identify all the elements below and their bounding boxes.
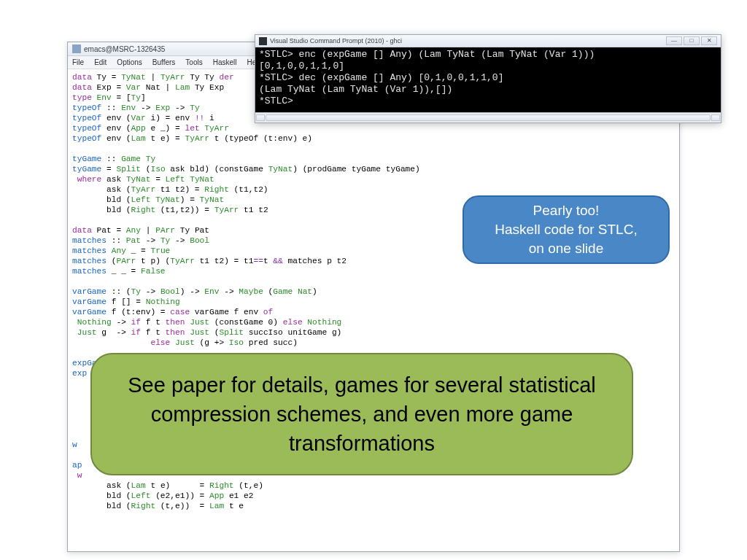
cmd-title: Visual Studio Command Prompt (2010) - gh… [270, 37, 402, 44]
menu-tools[interactable]: Tools [185, 58, 202, 66]
cmd-scrollbar[interactable] [255, 112, 721, 122]
close-button[interactable]: ✕ [701, 36, 717, 45]
menu-haskell[interactable]: Haskell [213, 58, 237, 66]
menu-edit[interactable]: Edit [94, 58, 107, 66]
callout-pearly: Pearly too!Haskell code for STLC,on one … [462, 195, 670, 264]
emacs-title: emacs@MSRC-1326435 [84, 45, 165, 53]
cmd-terminal-area[interactable]: *STLC> enc (expGame [] Any) (Lam TyNat (… [255, 47, 721, 112]
cmd-window: Visual Studio Command Prompt (2010) - gh… [255, 34, 721, 123]
emacs-icon [72, 44, 81, 53]
callout-see-paper: See paper for details, games for several… [90, 353, 633, 475]
maximize-button[interactable]: □ [684, 36, 700, 45]
menu-file[interactable]: File [72, 58, 84, 66]
cmd-titlebar[interactable]: Visual Studio Command Prompt (2010) - gh… [255, 35, 721, 47]
scroll-left-icon[interactable] [256, 114, 265, 121]
menu-options[interactable]: Options [117, 58, 142, 66]
cmd-icon [259, 37, 267, 45]
scroll-right-icon[interactable] [711, 114, 720, 121]
callout-pearly-text: Pearly too!Haskell code for STLC,on one … [495, 201, 637, 258]
minimize-button[interactable]: — [666, 36, 682, 45]
callout-see-paper-text: See paper for details, games for several… [124, 370, 600, 458]
menu-buffers[interactable]: Buffers [152, 58, 176, 66]
